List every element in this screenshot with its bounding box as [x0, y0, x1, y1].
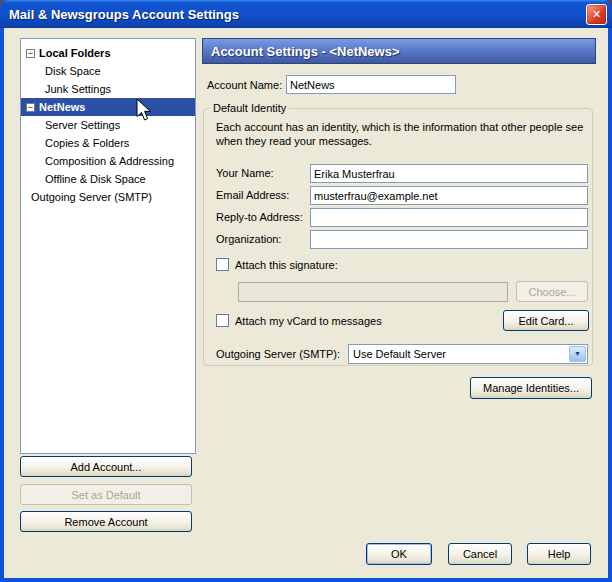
attach-signature-label: Attach this signature:: [235, 259, 338, 271]
attach-signature-row: Attach this signature:: [216, 258, 338, 271]
cancel-button[interactable]: Cancel: [448, 543, 512, 565]
signature-file-input[interactable]: [238, 282, 508, 302]
ok-button[interactable]: OK: [366, 543, 432, 565]
tree-item-label: Outgoing Server (SMTP): [31, 191, 152, 203]
tree-item-label: Disk Space: [45, 65, 101, 77]
tree-item-local-folders[interactable]: − Local Folders: [21, 44, 195, 62]
tree-item-label: Copies & Folders: [45, 137, 129, 149]
panel-header: Account Settings - <NetNews>: [202, 38, 596, 64]
outgoing-server-selected-value: Use Default Server: [349, 348, 569, 360]
tree-item-label: Server Settings: [45, 119, 120, 131]
outgoing-server-label: Outgoing Server (SMTP):: [216, 348, 340, 360]
chevron-down-icon[interactable]: ▼: [569, 346, 586, 362]
dialog-body: − Local Folders Disk Space Junk Settings…: [4, 28, 608, 578]
tree-item-label: Junk Settings: [45, 83, 111, 95]
window-title: Mail & Newsgroups Account Settings: [0, 7, 239, 22]
collapse-icon[interactable]: −: [26, 103, 35, 112]
tree-item-outgoing-server[interactable]: Outgoing Server (SMTP): [21, 188, 195, 206]
your-name-label: Your Name:: [216, 167, 274, 179]
panel-header-title: Account Settings - <NetNews>: [211, 44, 400, 59]
tree-item-composition-addressing[interactable]: Composition & Addressing: [21, 152, 195, 170]
attach-vcard-row: Attach my vCard to messages: [216, 314, 382, 327]
choose-signature-button[interactable]: Choose...: [516, 281, 588, 302]
email-address-label: Email Address:: [216, 189, 289, 201]
tree-item-copies-folders[interactable]: Copies & Folders: [21, 134, 195, 152]
titlebar[interactable]: Mail & Newsgroups Account Settings ✕: [0, 0, 612, 28]
help-button[interactable]: Help: [527, 543, 591, 565]
add-account-button[interactable]: Add Account...: [20, 456, 192, 477]
edit-card-button[interactable]: Edit Card...: [503, 310, 589, 331]
account-name-label: Account Name:: [207, 79, 282, 91]
tree-item-label: Offline & Disk Space: [45, 173, 146, 185]
reply-to-address-label: Reply-to Address:: [216, 211, 303, 223]
tree-item-disk-space[interactable]: Disk Space: [21, 62, 195, 80]
tree-item-label: Local Folders: [39, 47, 111, 59]
account-settings-window: Mail & Newsgroups Account Settings ✕ − L…: [0, 0, 612, 582]
identity-description: Each account has an identity, which is t…: [216, 120, 590, 148]
accounts-tree[interactable]: − Local Folders Disk Space Junk Settings…: [20, 38, 196, 454]
email-address-input[interactable]: [310, 186, 588, 205]
account-name-input[interactable]: [286, 75, 456, 94]
collapse-icon[interactable]: −: [26, 49, 35, 58]
attach-vcard-checkbox[interactable]: [216, 314, 229, 327]
set-as-default-button[interactable]: Set as Default: [20, 484, 192, 505]
manage-identities-button[interactable]: Manage Identities...: [470, 377, 592, 399]
organization-input[interactable]: [310, 230, 588, 249]
organization-label: Organization:: [216, 233, 281, 245]
close-icon: ✕: [592, 8, 601, 21]
default-identity-legend: Default Identity: [210, 102, 289, 114]
tree-item-label: NetNews: [39, 101, 85, 113]
default-identity-group: Default Identity Each account has an ide…: [203, 102, 593, 366]
tree-item-netnews[interactable]: − NetNews: [21, 98, 195, 116]
tree-item-offline-disk-space[interactable]: Offline & Disk Space: [21, 170, 195, 188]
attach-vcard-label: Attach my vCard to messages: [235, 315, 382, 327]
outgoing-server-select[interactable]: Use Default Server ▼: [348, 344, 588, 364]
your-name-input[interactable]: [310, 164, 588, 183]
remove-account-button[interactable]: Remove Account: [20, 511, 192, 532]
attach-signature-checkbox[interactable]: [216, 258, 229, 271]
settings-panel: Account Settings - <NetNews> Account Nam…: [202, 38, 596, 538]
tree-item-label: Composition & Addressing: [45, 155, 174, 167]
tree-item-server-settings[interactable]: Server Settings: [21, 116, 195, 134]
close-button[interactable]: ✕: [586, 4, 607, 25]
reply-to-address-input[interactable]: [310, 208, 588, 227]
tree-item-junk-settings[interactable]: Junk Settings: [21, 80, 195, 98]
